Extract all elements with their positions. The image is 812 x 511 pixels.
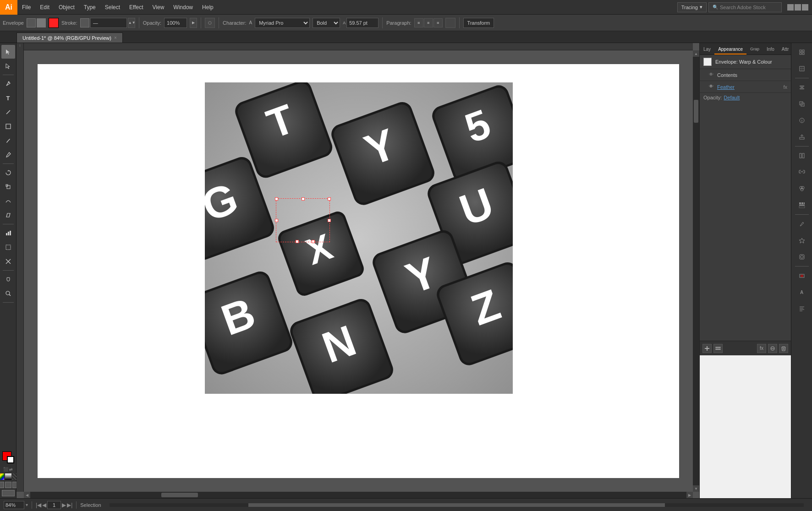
char-spacing[interactable] [445,18,455,28]
navigator-icon[interactable] [793,267,811,284]
pencil-tool-button[interactable] [1,148,15,162]
links-icon[interactable] [793,164,811,180]
character-styles-icon[interactable]: A [793,284,811,300]
direct-selection-tool-button[interactable] [1,59,15,73]
artboard[interactable]: T 5 Y [205,82,513,394]
page-last-button[interactable]: ▶| [67,502,72,508]
free-distort-button[interactable] [1,208,15,222]
selection-tool-button[interactable] [1,45,15,59]
feather-label[interactable]: Feather [717,84,783,90]
menu-view[interactable]: View [148,0,169,15]
paintbrush-tool-button[interactable] [1,134,15,147]
font-size-input[interactable] [346,18,379,28]
brushes-icon[interactable] [793,216,811,232]
slice-tool-button[interactable] [1,255,15,268]
maximize-button[interactable] [795,4,801,11]
tab-appearance[interactable]: Appearance [714,44,746,54]
tab-info[interactable]: Info [763,44,778,54]
scroll-right-button[interactable]: ▶ [686,492,693,498]
workspace-selector[interactable]: Tracing ▾ [677,2,707,12]
column-graph-tool-button[interactable] [1,226,15,240]
feather-visibility[interactable]: 👁 [709,84,715,90]
zoom-down-arrow[interactable]: ▾ [26,502,28,507]
shape-tool-button[interactable] [1,120,15,133]
align-center-button[interactable]: ≡ [424,18,433,27]
scroll-track-h[interactable] [30,492,686,498]
menu-object[interactable]: Object [54,0,79,15]
graphic-styles-icon[interactable] [793,249,811,265]
delete-item-button[interactable] [779,344,788,353]
fill-color-swatch[interactable] [49,18,59,28]
font-style-selector[interactable]: Bold [313,18,340,28]
stroke-box[interactable] [7,456,14,463]
line-tool-button[interactable] [1,105,15,119]
scroll-thumb-h[interactable] [161,493,198,497]
document-tab[interactable]: Untitled-1* @ 84% (RGB/GPU Preview) × [16,33,123,43]
add-new-stroke-button[interactable] [713,344,723,353]
menu-help[interactable]: Help [198,0,218,15]
page-first-button[interactable]: |◀ [36,502,41,508]
style-icon[interactable]: ⬡ [205,18,215,28]
font-selector[interactable]: Myriad Pro [255,18,310,28]
add-new-fill-button[interactable] [702,344,712,353]
libraries-icon[interactable] [793,147,811,164]
canvas-area[interactable]: | [16,43,699,498]
opacity-arrow[interactable]: ▶ [190,18,197,28]
artboard-tool-button[interactable] [1,240,15,254]
paragraph-styles-icon[interactable] [793,300,811,317]
tab-close-button[interactable]: × [114,35,117,40]
align-right-button[interactable]: ≡ [433,18,443,27]
page-number[interactable]: 1 [47,501,61,509]
info-panel-icon[interactable]: i [793,112,811,129]
color-mode-button[interactable] [0,473,4,480]
warp-tool-button[interactable] [1,194,15,208]
clear-appearance-button[interactable] [768,344,777,353]
opacity-value-app[interactable]: Default [724,95,740,100]
swap-colors-button[interactable]: ⇄ [9,467,13,472]
symbols-icon[interactable] [793,232,811,249]
h-scroll-status[interactable] [110,503,804,507]
asset-export-icon[interactable] [793,129,811,145]
scroll-up-button[interactable]: ▲ [693,50,699,57]
zoom-input[interactable] [4,501,24,509]
scroll-left-button[interactable]: ◀ [24,492,30,498]
scroll-track-v[interactable] [693,57,699,485]
horizontal-scrollbar[interactable]: ◀ ▶ [24,492,693,498]
align-icon[interactable] [793,79,811,96]
stroke-increment[interactable]: ▲▼ [128,18,135,28]
vertical-scrollbar[interactable]: ▲ ▼ [693,50,699,492]
type-tool-button[interactable]: T [1,91,15,105]
h-scroll-thumb-status[interactable] [248,503,665,507]
gradient-button[interactable] [5,473,11,480]
screen-mode-button[interactable] [2,490,15,496]
tab-layers[interactable]: Lay [700,44,714,54]
search-stock-input[interactable]: 🔍 Search Adobe Stock [708,2,782,12]
draw-normal-button[interactable] [0,482,4,488]
fx-button[interactable]: fx [783,84,787,90]
page-next-button[interactable]: ▶ [62,502,66,508]
scale-tool-button[interactable] [1,180,15,194]
menu-file[interactable]: File [17,0,35,15]
pen-tool-button[interactable] [1,77,15,91]
transform-icon[interactable] [793,60,811,77]
expand-icon[interactable] [793,44,811,60]
tab-graphic-styles[interactable]: Grap [746,44,763,54]
add-effect-button[interactable]: fx [757,344,766,353]
scroll-thumb-v[interactable] [694,100,698,123]
swatches-icon[interactable] [793,197,811,213]
transform-button[interactable]: Transform [463,18,494,28]
color-guide-icon[interactable] [793,180,811,197]
scroll-down-button[interactable]: ▼ [693,485,699,492]
stroke-color-swatch[interactable] [80,18,89,27]
menu-type[interactable]: Type [79,0,100,15]
hand-tool-button[interactable] [1,272,15,286]
menu-window[interactable]: Window [169,0,198,15]
close-button[interactable] [802,4,808,11]
opacity-input[interactable] [164,18,187,28]
minimize-button[interactable] [787,4,794,11]
zoom-tool-button[interactable] [1,287,15,300]
pathfinder-icon[interactable] [793,96,811,112]
contents-visibility[interactable]: 👁 [709,72,715,78]
menu-edit[interactable]: Edit [35,0,54,15]
draw-inside-button[interactable] [5,482,11,488]
